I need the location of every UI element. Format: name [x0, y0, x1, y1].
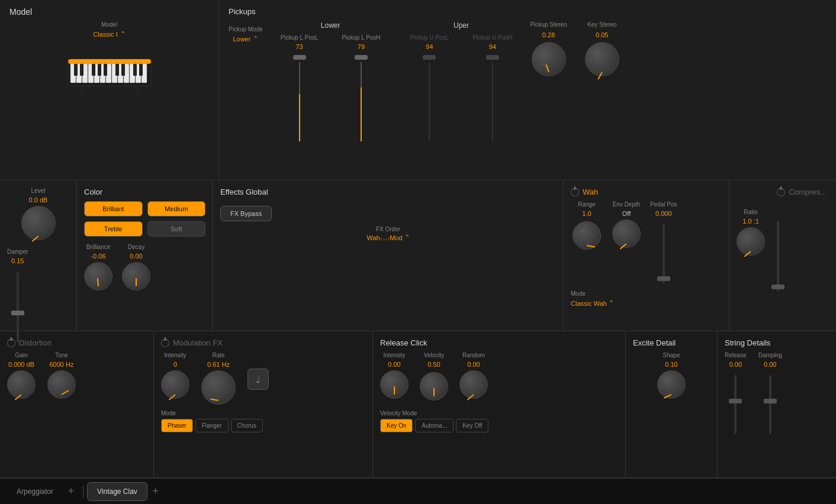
pickup-l-posl-value: 73: [295, 43, 303, 50]
pedal-pos-thumb[interactable]: [657, 276, 670, 281]
svg-rect-17: [92, 64, 95, 76]
pickup-u-posh-group: Pickup U PosH 94: [472, 34, 512, 141]
pickup-u-posh-value: 94: [489, 43, 496, 50]
svg-rect-21: [121, 64, 125, 76]
fx-bypass-button[interactable]: FX Bypass: [220, 206, 272, 221]
distortion-gain-value: 0.000 dB: [8, 361, 34, 368]
svg-rect-15: [74, 64, 78, 76]
string-release-label: Release: [725, 352, 747, 358]
pickup-stereo-knob[interactable]: [532, 42, 566, 76]
wah-env-depth-value: Off: [622, 210, 631, 217]
string-damping-thumb[interactable]: [764, 399, 777, 403]
tab-divider: [83, 486, 83, 497]
model-panel: Model Model Classic I ⌃: [0, 0, 219, 180]
pickup-l-posh-value: 79: [358, 43, 365, 50]
compress-ratio-label: Ratio: [744, 209, 757, 215]
pickup-stereo-value: 0.28: [542, 31, 555, 38]
release-velocity-value: 0.50: [427, 361, 440, 368]
wah-power-button[interactable]: [571, 188, 579, 196]
u-posh-thumb[interactable]: [486, 55, 499, 60]
release-velocity-knob[interactable]: [420, 372, 448, 400]
posl-thumb[interactable]: [293, 55, 306, 60]
level-knob[interactable]: [21, 206, 56, 240]
compress-ratio-group: Ratio 1.0 :1: [737, 209, 765, 256]
compress-power-button[interactable]: [777, 188, 785, 196]
treble-button[interactable]: Treble: [84, 221, 143, 237]
fx-order-dropdown[interactable]: Wah-...-Mod ⌃: [366, 234, 409, 241]
svg-rect-24: [80, 86, 83, 94]
posh-thumb[interactable]: [355, 55, 368, 60]
pickups-section-title: Pickups: [229, 7, 256, 16]
string-release-thumb[interactable]: [729, 399, 742, 403]
wah-env-depth-knob[interactable]: [612, 219, 641, 248]
color-buttons: Brilliant Medium Treble Soft: [84, 201, 205, 237]
svg-rect-20: [115, 64, 119, 76]
modulation-panel: Modulation FX Intensity 0 Rate 0.61 Hz: [154, 331, 373, 477]
fx-order-value: Wah-...-Mod: [366, 234, 402, 241]
excite-shape-knob[interactable]: [657, 370, 686, 399]
compress-title-row: Compres...: [777, 188, 827, 196]
wah-mode-group: Mode Classic Wah ⌃: [571, 290, 722, 307]
mod-rate-value: 0.61 Hz: [207, 361, 230, 368]
pickup-mode-dropdown[interactable]: Lower ⌃: [233, 35, 258, 43]
auto-button[interactable]: Automa...: [415, 419, 454, 432]
u-posl-thumb[interactable]: [423, 55, 436, 60]
arpeggiator-tab[interactable]: Arpeggiator: [7, 483, 63, 500]
release-velocity-knob-container[interactable]: [418, 370, 450, 402]
decay-knob[interactable]: [122, 262, 150, 290]
level-value: 0.0 dB: [29, 196, 48, 203]
compress-slider-thumb[interactable]: [771, 285, 784, 289]
compress-ratio-knob[interactable]: [737, 227, 765, 256]
vintage-clav-tab[interactable]: Vintage Clav: [87, 482, 147, 501]
pickup-mode-value: Lower: [233, 35, 250, 43]
mod-rate-knob[interactable]: [201, 370, 236, 405]
brilliant-button[interactable]: Brilliant: [84, 201, 143, 217]
distortion-gain-knob[interactable]: [7, 370, 36, 399]
release-random-knob[interactable]: [459, 370, 488, 399]
string-release-value: 0.00: [729, 361, 742, 368]
velocity-mode-group: Velocity Mode Key On Automa... Key Off: [380, 409, 618, 432]
key-on-button[interactable]: Key On: [380, 419, 413, 432]
add-tab-button-1[interactable]: +: [63, 483, 79, 500]
add-tab-button-2[interactable]: +: [147, 483, 164, 500]
wah-env-depth-group: Env Depth Off: [612, 201, 641, 288]
release-intensity-knob[interactable]: [380, 370, 409, 399]
distortion-tone-knob[interactable]: [47, 370, 76, 399]
wah-mode-dropdown[interactable]: Classic Wah ⌃: [571, 299, 614, 307]
string-details-panel: String Details Release 0.00 Damping 0.00: [718, 331, 836, 477]
release-intensity-group: Intensity 0.00: [380, 352, 409, 402]
soft-button[interactable]: Soft: [147, 221, 206, 237]
mod-flanger-button[interactable]: Flanger: [195, 419, 229, 432]
compress-controls: Ratio 1.0 :1: [737, 209, 829, 292]
modulation-controls: Intensity 0 Rate 0.61 Hz ♩: [161, 352, 365, 405]
wah-range-knob-container[interactable]: [571, 219, 603, 251]
effects-global-title: Effects Global: [220, 188, 268, 196]
key-stereo-knob[interactable]: [585, 42, 619, 76]
lower-group: Lower Pickup L PosL 73: [281, 21, 381, 141]
key-off-button[interactable]: Key Off: [456, 419, 488, 432]
mod-chorus-button[interactable]: Chorus: [231, 419, 263, 432]
release-intensity-value: 0.00: [388, 361, 400, 368]
mod-phaser-button[interactable]: Phaser: [161, 419, 193, 432]
distortion-gain-label: Gain: [15, 352, 27, 358]
modulation-power-button[interactable]: [161, 339, 169, 347]
wah-range-knob[interactable]: [573, 221, 601, 250]
mod-intensity-value: 0: [173, 361, 177, 368]
brilliance-value: -0.06: [91, 253, 105, 260]
key-stereo-label: Key Stereo: [587, 21, 616, 28]
model-dropdown[interactable]: Classic I ⌃: [93, 30, 126, 38]
medium-button[interactable]: Medium: [147, 201, 206, 217]
decay-group: Decay 0.00: [122, 244, 150, 290]
pickup-l-posl-group: Pickup L PosL 73: [281, 34, 319, 141]
damper-track: [17, 272, 19, 343]
string-damping-label: Damping: [758, 352, 782, 358]
mod-intensity-knob[interactable]: [161, 370, 189, 399]
distortion-power-button[interactable]: [7, 339, 15, 347]
brilliance-knob[interactable]: [84, 262, 112, 290]
mod-note-button[interactable]: ♩: [247, 369, 269, 390]
wah-range-group: Range 1.0: [571, 201, 603, 288]
piano-image: [62, 41, 157, 95]
distortion-controls: Gain 0.000 dB Tone 6000 Hz: [7, 352, 146, 399]
string-damping-track: [769, 375, 771, 434]
damper-thumb[interactable]: [11, 311, 24, 315]
